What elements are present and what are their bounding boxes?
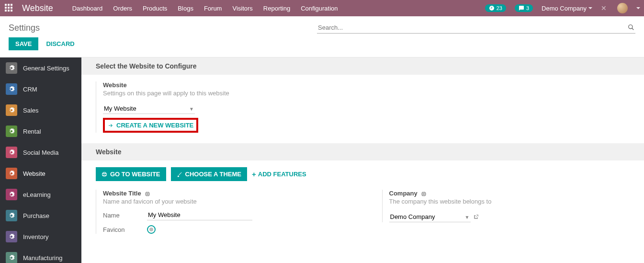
sidebar-item-label: Inventory <box>23 233 48 240</box>
module-icon <box>6 126 17 137</box>
settings-main: Select the Website to Configure Website … <box>81 57 644 263</box>
section-website-title: Website <box>81 143 644 160</box>
company-name: Demo Company <box>542 5 587 12</box>
website-title-label: Website Title <box>103 190 141 197</box>
website-name-input[interactable] <box>147 210 252 220</box>
page-title: Settings <box>9 23 40 33</box>
website-title-help: Name and favicon of your website <box>103 198 344 205</box>
sidebar-item-general-settings[interactable]: General Settings <box>0 57 81 79</box>
choose-theme-button[interactable]: CHOOSE A THEME <box>171 167 248 181</box>
external-link-icon[interactable] <box>473 214 479 220</box>
sidebar-item-sales[interactable]: Sales <box>0 100 81 121</box>
create-website-button-label: CREATE A NEW WEBSITE <box>116 122 193 129</box>
module-icon <box>6 147 17 158</box>
discard-button[interactable]: DISCARD <box>46 40 74 47</box>
website-field-help: Settings on this page will apply to this… <box>103 90 345 97</box>
go-to-website-label: GO TO WEBSITE <box>110 171 160 178</box>
chevron-down-icon <box>588 7 592 9</box>
add-features-label: ADD FEATURES <box>258 171 306 178</box>
debug-wrench-icon[interactable]: ✕ <box>601 4 607 12</box>
sidebar-item-label: Purchase <box>23 212 49 219</box>
sidebar-item-website[interactable]: Website <box>0 163 81 184</box>
nav-orders[interactable]: Orders <box>113 5 132 12</box>
module-icon <box>6 210 17 221</box>
module-icon <box>6 231 17 242</box>
sidebar-item-label: Manufacturing <box>23 254 62 262</box>
chat-badge[interactable]: 3 <box>515 4 533 12</box>
company-help: The company this website belongs to <box>389 198 630 205</box>
sidebar-item-label: General Settings <box>23 65 69 72</box>
chevron-down-icon <box>636 7 640 9</box>
apps-grid-icon[interactable] <box>5 4 13 12</box>
svg-point-0 <box>629 25 633 29</box>
company-selector[interactable]: Demo Company <box>542 5 592 12</box>
module-icon <box>6 168 17 179</box>
sidebar-item-label: Social Media <box>23 149 58 156</box>
sidebar-item-label: Sales <box>23 107 39 114</box>
sidebar-item-label: Website <box>23 170 45 177</box>
nav-visitors[interactable]: Visitors <box>232 5 252 12</box>
search-input[interactable] <box>317 22 635 34</box>
nav-configuration[interactable]: Configuration <box>301 5 338 12</box>
favicon-preview[interactable] <box>147 225 156 234</box>
sidebar-item-label: eLearning <box>23 191 51 198</box>
nav-products[interactable]: Products <box>143 5 167 12</box>
nav-forum[interactable]: Forum <box>204 5 222 12</box>
nav-blogs[interactable]: Blogs <box>178 5 193 12</box>
company-select[interactable] <box>389 212 471 222</box>
globe-icon <box>102 172 107 177</box>
sidebar-item-label: CRM <box>23 86 37 93</box>
module-icon <box>6 189 17 200</box>
module-icon <box>6 252 17 263</box>
add-features-button[interactable]: + ADD FEATURES <box>252 170 306 178</box>
user-avatar[interactable] <box>617 3 628 13</box>
nav-links: Dashboard Orders Products Blogs Forum Vi… <box>72 5 338 12</box>
app-brand: Website <box>22 3 53 13</box>
svg-line-1 <box>632 28 634 30</box>
nav-dashboard[interactable]: Dashboard <box>72 5 103 12</box>
chat-icon <box>519 5 524 11</box>
settings-sidebar[interactable]: General SettingsCRMSalesRentalSocial Med… <box>0 57 81 263</box>
activity-count: 23 <box>497 5 502 11</box>
globe-icon <box>145 191 150 197</box>
plus-icon: + <box>252 170 256 178</box>
create-website-button[interactable]: CREATE A NEW WEBSITE <box>108 122 193 129</box>
sidebar-item-purchase[interactable]: Purchase <box>0 205 81 226</box>
sidebar-item-label: Rental <box>23 128 41 135</box>
sidebar-item-elearning[interactable]: eLearning <box>0 184 81 205</box>
sidebar-item-rental[interactable]: Rental <box>0 121 81 142</box>
company-label: Company <box>389 190 418 197</box>
go-to-website-button[interactable]: GO TO WEBSITE <box>96 167 166 181</box>
brush-icon <box>177 172 182 177</box>
choose-theme-label: CHOOSE A THEME <box>185 171 242 178</box>
save-button[interactable]: SAVE <box>9 37 38 50</box>
module-icon <box>6 62 17 74</box>
top-nav-bar: Website Dashboard Orders Products Blogs … <box>0 0 644 16</box>
activity-badge[interactable]: 23 <box>485 4 506 12</box>
module-icon <box>6 104 17 116</box>
arrow-right-icon <box>108 123 113 128</box>
sidebar-item-social-media[interactable]: Social Media <box>0 142 81 163</box>
clock-icon <box>489 5 495 11</box>
chat-count: 3 <box>526 5 529 11</box>
module-icon <box>6 83 17 95</box>
sidebar-item-inventory[interactable]: Inventory <box>0 226 81 247</box>
section-select-website-title: Select the Website to Configure <box>81 57 644 75</box>
highlight-box: CREATE A NEW WEBSITE <box>103 118 198 133</box>
website-field-label: Website <box>103 81 345 89</box>
search-icon <box>628 24 634 31</box>
sidebar-item-crm[interactable]: CRM <box>0 79 81 100</box>
name-label: Name <box>103 212 137 219</box>
sidebar-item-manufacturing[interactable]: Manufacturing <box>0 247 81 263</box>
favicon-label: Favicon <box>103 226 137 233</box>
globe-icon <box>421 191 427 197</box>
website-select[interactable] <box>103 103 195 114</box>
nav-reporting[interactable]: Reporting <box>263 5 290 12</box>
